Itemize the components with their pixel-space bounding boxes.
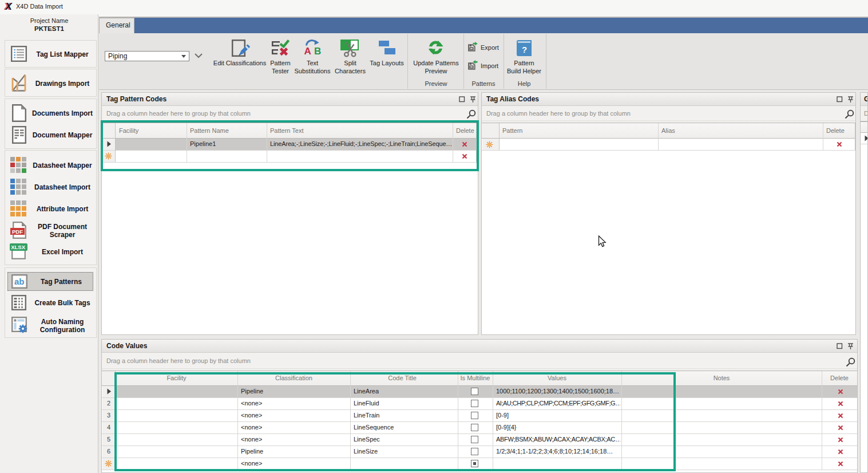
svg-text:?: ? (522, 45, 527, 54)
svg-text:A: A (304, 46, 311, 57)
svg-text:B: B (314, 46, 321, 57)
svg-text:X: X (5, 1, 13, 11)
svg-text:ab: ab (14, 277, 25, 286)
svg-text:XLSX: XLSX (11, 244, 25, 250)
svg-text:PDF: PDF (12, 228, 23, 235)
